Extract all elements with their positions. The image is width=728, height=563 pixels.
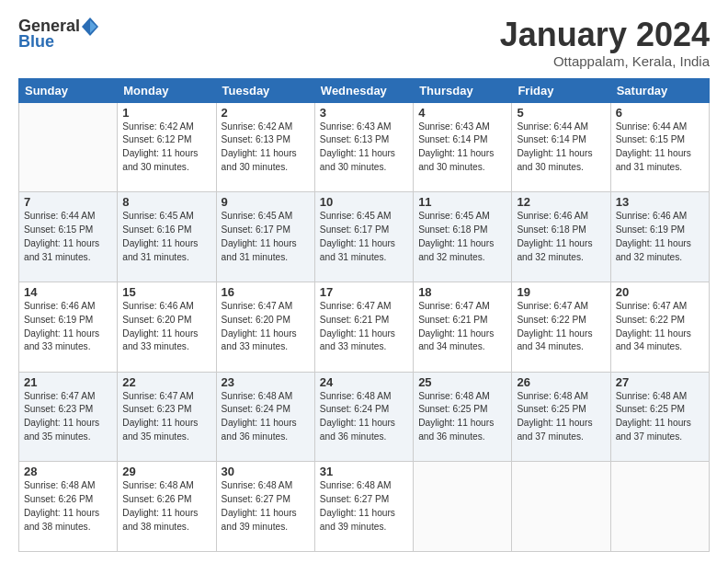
day-number: 22 [122, 375, 210, 389]
col-monday: Monday [118, 78, 216, 102]
day-number: 20 [616, 285, 704, 299]
day-detail: Sunrise: 6:46 AM Sunset: 6:19 PM Dayligh… [616, 210, 704, 264]
logo-blue-text: Blue [18, 32, 54, 52]
table-row: 14Sunrise: 6:46 AM Sunset: 6:19 PM Dayli… [19, 282, 118, 372]
day-detail: Sunrise: 6:43 AM Sunset: 6:14 PM Dayligh… [418, 121, 506, 175]
day-number: 7 [24, 195, 112, 209]
title-block: January 2024 Ottappalam, Kerala, India [500, 17, 710, 69]
calendar-week-row: 28Sunrise: 6:48 AM Sunset: 6:26 PM Dayli… [19, 462, 710, 552]
day-detail: Sunrise: 6:45 AM Sunset: 6:17 PM Dayligh… [222, 210, 310, 264]
table-row: 25Sunrise: 6:48 AM Sunset: 6:25 PM Dayli… [414, 372, 512, 462]
day-number: 3 [320, 106, 408, 120]
table-row [610, 462, 709, 552]
day-number: 11 [418, 195, 506, 209]
table-row: 15Sunrise: 6:46 AM Sunset: 6:20 PM Dayli… [118, 282, 216, 372]
calendar-header-row: Sunday Monday Tuesday Wednesday Thursday… [19, 78, 710, 102]
col-saturday: Saturday [610, 78, 709, 102]
col-wednesday: Wednesday [314, 78, 413, 102]
day-number: 4 [418, 106, 506, 120]
day-detail: Sunrise: 6:48 AM Sunset: 6:24 PM Dayligh… [222, 390, 310, 444]
day-detail: Sunrise: 6:46 AM Sunset: 6:20 PM Dayligh… [122, 300, 210, 354]
day-number: 21 [24, 375, 112, 389]
day-detail: Sunrise: 6:48 AM Sunset: 6:25 PM Dayligh… [517, 390, 605, 444]
calendar-week-row: 7Sunrise: 6:44 AM Sunset: 6:15 PM Daylig… [19, 192, 710, 282]
day-detail: Sunrise: 6:48 AM Sunset: 6:26 PM Dayligh… [122, 479, 210, 534]
day-detail: Sunrise: 6:48 AM Sunset: 6:25 PM Dayligh… [616, 390, 704, 444]
day-detail: Sunrise: 6:45 AM Sunset: 6:16 PM Dayligh… [122, 210, 210, 264]
day-detail: Sunrise: 6:47 AM Sunset: 6:23 PM Dayligh… [122, 390, 210, 444]
col-thursday: Thursday [414, 78, 512, 102]
calendar-week-row: 21Sunrise: 6:47 AM Sunset: 6:23 PM Dayli… [19, 372, 710, 462]
table-row: 30Sunrise: 6:48 AM Sunset: 6:27 PM Dayli… [216, 462, 314, 552]
day-number: 12 [517, 195, 605, 209]
table-row: 19Sunrise: 6:47 AM Sunset: 6:22 PM Dayli… [512, 282, 610, 372]
table-row: 2Sunrise: 6:42 AM Sunset: 6:13 PM Daylig… [216, 102, 314, 192]
day-detail: Sunrise: 6:48 AM Sunset: 6:25 PM Dayligh… [418, 390, 506, 444]
calendar-week-row: 14Sunrise: 6:46 AM Sunset: 6:19 PM Dayli… [19, 282, 710, 372]
table-row: 26Sunrise: 6:48 AM Sunset: 6:25 PM Dayli… [512, 372, 610, 462]
day-number: 10 [320, 195, 408, 209]
day-number: 17 [320, 285, 408, 299]
day-detail: Sunrise: 6:42 AM Sunset: 6:12 PM Dayligh… [122, 121, 210, 175]
day-number: 26 [517, 375, 605, 389]
day-number: 19 [517, 285, 605, 299]
day-detail: Sunrise: 6:48 AM Sunset: 6:26 PM Dayligh… [24, 479, 112, 534]
day-number: 23 [222, 375, 310, 389]
day-detail: Sunrise: 6:42 AM Sunset: 6:13 PM Dayligh… [222, 121, 310, 175]
table-row: 13Sunrise: 6:46 AM Sunset: 6:19 PM Dayli… [610, 192, 709, 282]
day-number: 16 [222, 285, 310, 299]
day-number: 24 [320, 375, 408, 389]
day-detail: Sunrise: 6:46 AM Sunset: 6:19 PM Dayligh… [24, 300, 112, 354]
table-row [414, 462, 512, 552]
day-number: 9 [222, 195, 310, 209]
day-number: 18 [418, 285, 506, 299]
table-row: 10Sunrise: 6:45 AM Sunset: 6:17 PM Dayli… [314, 192, 413, 282]
logo-icon [82, 17, 98, 36]
table-row: 12Sunrise: 6:46 AM Sunset: 6:18 PM Dayli… [512, 192, 610, 282]
day-detail: Sunrise: 6:43 AM Sunset: 6:13 PM Dayligh… [320, 121, 408, 175]
col-friday: Friday [512, 78, 610, 102]
header: General Blue January 2024 Ottappalam, Ke… [18, 17, 710, 69]
location: Ottappalam, Kerala, India [500, 53, 710, 69]
day-number: 30 [222, 465, 310, 478]
table-row: 21Sunrise: 6:47 AM Sunset: 6:23 PM Dayli… [19, 372, 118, 462]
table-row: 9Sunrise: 6:45 AM Sunset: 6:17 PM Daylig… [216, 192, 314, 282]
day-detail: Sunrise: 6:48 AM Sunset: 6:27 PM Dayligh… [320, 479, 408, 534]
table-row: 5Sunrise: 6:44 AM Sunset: 6:14 PM Daylig… [512, 102, 610, 192]
table-row: 23Sunrise: 6:48 AM Sunset: 6:24 PM Dayli… [216, 372, 314, 462]
day-number: 25 [418, 375, 506, 389]
calendar-week-row: 1Sunrise: 6:42 AM Sunset: 6:12 PM Daylig… [19, 102, 710, 192]
table-row: 27Sunrise: 6:48 AM Sunset: 6:25 PM Dayli… [610, 372, 709, 462]
calendar-table: Sunday Monday Tuesday Wednesday Thursday… [18, 78, 710, 552]
table-row: 22Sunrise: 6:47 AM Sunset: 6:23 PM Dayli… [118, 372, 216, 462]
day-detail: Sunrise: 6:47 AM Sunset: 6:21 PM Dayligh… [320, 300, 408, 354]
table-row: 29Sunrise: 6:48 AM Sunset: 6:26 PM Dayli… [118, 462, 216, 552]
day-number: 5 [517, 106, 605, 120]
table-row [19, 102, 118, 192]
day-number: 6 [616, 106, 704, 120]
table-row: 31Sunrise: 6:48 AM Sunset: 6:27 PM Dayli… [314, 462, 413, 552]
day-number: 28 [24, 465, 112, 478]
table-row [512, 462, 610, 552]
day-detail: Sunrise: 6:46 AM Sunset: 6:18 PM Dayligh… [517, 210, 605, 264]
day-number: 27 [616, 375, 704, 389]
day-detail: Sunrise: 6:45 AM Sunset: 6:17 PM Dayligh… [320, 210, 408, 264]
month-title: January 2024 [500, 17, 710, 53]
day-detail: Sunrise: 6:45 AM Sunset: 6:18 PM Dayligh… [418, 210, 506, 264]
table-row: 4Sunrise: 6:43 AM Sunset: 6:14 PM Daylig… [414, 102, 512, 192]
day-detail: Sunrise: 6:47 AM Sunset: 6:20 PM Dayligh… [222, 300, 310, 354]
table-row: 1Sunrise: 6:42 AM Sunset: 6:12 PM Daylig… [118, 102, 216, 192]
table-row: 11Sunrise: 6:45 AM Sunset: 6:18 PM Dayli… [414, 192, 512, 282]
table-row: 8Sunrise: 6:45 AM Sunset: 6:16 PM Daylig… [118, 192, 216, 282]
day-detail: Sunrise: 6:47 AM Sunset: 6:22 PM Dayligh… [616, 300, 704, 354]
day-detail: Sunrise: 6:47 AM Sunset: 6:22 PM Dayligh… [517, 300, 605, 354]
day-detail: Sunrise: 6:44 AM Sunset: 6:15 PM Dayligh… [24, 210, 112, 264]
day-detail: Sunrise: 6:47 AM Sunset: 6:23 PM Dayligh… [24, 390, 112, 444]
table-row: 16Sunrise: 6:47 AM Sunset: 6:20 PM Dayli… [216, 282, 314, 372]
day-number: 2 [222, 106, 310, 120]
day-number: 31 [320, 465, 408, 478]
col-tuesday: Tuesday [216, 78, 314, 102]
col-sunday: Sunday [19, 78, 118, 102]
day-detail: Sunrise: 6:47 AM Sunset: 6:21 PM Dayligh… [418, 300, 506, 354]
table-row: 7Sunrise: 6:44 AM Sunset: 6:15 PM Daylig… [19, 192, 118, 282]
